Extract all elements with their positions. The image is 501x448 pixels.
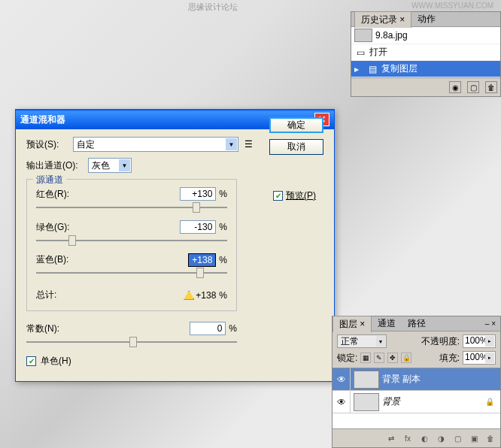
slider-thumb[interactable] [196, 268, 204, 278]
watermark-text: 思缘设计论坛 [188, 2, 238, 13]
tab-history[interactable]: 历史记录 × [354, 11, 411, 28]
history-step-duplicate[interactable]: ▸ ▤ 复制图层 [351, 61, 500, 77]
trash-icon[interactable]: 🗑 [484, 432, 497, 444]
green-row: 绿色(G): % [36, 220, 227, 246]
tab-layers[interactable]: 图层 × [332, 316, 372, 332]
new-layer-icon[interactable]: ▣ [467, 432, 481, 444]
lock-brush-icon[interactable]: ✎ [374, 353, 384, 363]
mono-label: 单色(H) [41, 355, 71, 368]
opacity-input[interactable]: 100%▸ [463, 334, 496, 348]
constant-input[interactable] [190, 322, 226, 335]
mono-row: ✔ 单色(H) [26, 355, 323, 368]
blue-input[interactable]: +138 [188, 253, 216, 267]
visibility-icon[interactable]: 👁 [332, 368, 351, 390]
blend-mode-select[interactable]: 正常▼ [337, 334, 387, 348]
output-value: 灰色 [92, 160, 110, 171]
red-row: 红色(R): % [36, 187, 227, 213]
green-slider[interactable] [36, 235, 227, 246]
mask-icon[interactable]: ◐ [418, 432, 431, 444]
layers-tabs: 图层 × 通道 路径 – × [332, 316, 500, 331]
output-label: 输出通道(O): [26, 159, 84, 172]
blue-slider[interactable] [36, 268, 227, 278]
chevron-right-icon: ▸ [485, 353, 494, 363]
preset-menu-icon[interactable]: ☰ [243, 139, 254, 150]
dialog-body: 确定 取消 ✔ 预览(P) 预设(S): 自定 ▼ ☰ 输出通道(O): 灰色 … [16, 129, 334, 381]
history-step-label: 复制图层 [381, 62, 418, 75]
watermark-url: WWW.MISSYUAN.COM [411, 2, 493, 10]
layers-panel: 图层 × 通道 路径 – × 正常▼ 不透明度: 100%▸ 锁定: ▦ ✎ ✥… [332, 316, 501, 448]
output-select[interactable]: 灰色 ▼ [88, 158, 132, 173]
total-label: 总计: [36, 289, 56, 301]
adjustment-icon[interactable]: ◑ [434, 432, 448, 444]
cancel-button[interactable]: 取消 [269, 139, 323, 155]
constant-label: 常数(N): [26, 322, 59, 335]
constant-row: 常数(N): % [26, 322, 237, 347]
fieldset-legend: 源通道 [33, 174, 66, 186]
fx-icon[interactable]: fx [401, 432, 414, 444]
layer-icon: ▤ [366, 63, 378, 75]
lock-all-icon[interactable]: 🔒 [401, 353, 411, 363]
fill-input[interactable]: 100%▸ [463, 351, 496, 365]
fill-label: 填充: [439, 352, 460, 365]
history-footer: ◉ ▢ 🗑 [351, 77, 500, 96]
layer-item[interactable]: 👁 背景 副本 [332, 368, 500, 391]
pct-label: % [219, 222, 227, 232]
red-slider[interactable] [36, 202, 227, 213]
source-channels-fieldset: 源通道 红色(R): % 绿色(G): % 蓝色(B): +138% [26, 179, 237, 311]
layers-options: 正常▼ 不透明度: 100%▸ 锁定: ▦ ✎ ✥ 🔒 填充: 100%▸ [332, 331, 500, 368]
dialog-title: 通道混和器 [20, 114, 65, 126]
history-filename: 9.8a.jpg [375, 30, 408, 41]
slider-thumb[interactable] [68, 235, 76, 246]
blend-mode-value: 正常 [341, 336, 359, 347]
lock-transparent-icon[interactable]: ▦ [360, 353, 371, 363]
ok-button[interactable]: 确定 [269, 117, 323, 133]
layer-item[interactable]: 👁 背景 🔒 [332, 391, 500, 413]
tab-actions[interactable]: 动作 [411, 11, 442, 27]
pct-label: % [219, 189, 227, 199]
chevron-down-icon: ▼ [119, 159, 130, 171]
history-panel: 历史记录 × 动作 9.8a.jpg ▭ 打开 ▸ ▤ 复制图层 ◉ ▢ 🗑 [351, 11, 501, 97]
panel-close-icon[interactable]: – × [481, 319, 500, 328]
slider-thumb[interactable] [193, 202, 200, 213]
constant-slider[interactable] [26, 337, 237, 347]
green-label: 绿色(G): [36, 221, 70, 234]
group-icon[interactable]: ▢ [451, 432, 464, 444]
red-input[interactable] [180, 187, 216, 201]
trash-icon[interactable]: 🗑 [485, 81, 497, 93]
history-step-open[interactable]: ▭ 打开 [351, 44, 500, 61]
layer-name: 背景 [382, 395, 485, 408]
link-icon[interactable]: ⇄ [384, 432, 398, 444]
opacity-label: 不透明度: [421, 335, 460, 348]
blue-row: 蓝色(B): +138% [36, 253, 227, 278]
layers-footer: ⇄ fx ◐ ◑ ▢ ▣ 🗑 [332, 428, 500, 447]
channel-mixer-dialog: 通道混和器 ✕ 确定 取消 ✔ 预览(P) 预设(S): 自定 ▼ ☰ 输出通道… [15, 109, 335, 382]
layer-list: 👁 背景 副本 👁 背景 🔒 [332, 368, 500, 428]
preset-value: 自定 [77, 139, 95, 150]
lock-move-icon[interactable]: ✥ [387, 353, 398, 363]
mono-checkbox[interactable]: ✔ [26, 356, 36, 366]
preview-checkbox[interactable]: ✔ [273, 191, 283, 201]
preset-select[interactable]: 自定 ▼ [73, 137, 238, 152]
open-icon: ▭ [354, 47, 366, 59]
lock-icons: ▦ ✎ ✥ 🔒 [360, 353, 411, 363]
total-value: +138 [196, 290, 216, 301]
pct-label: % [219, 255, 227, 265]
total-row: 总计: +138 % [36, 286, 227, 304]
preview-label: 预览(P) [286, 189, 316, 202]
lock-icon: 🔒 [485, 398, 500, 406]
new-doc-icon[interactable]: ▢ [467, 81, 479, 93]
slider-thumb[interactable] [129, 337, 137, 347]
visibility-icon[interactable]: 👁 [332, 391, 351, 413]
chevron-right-icon: ▸ [485, 336, 494, 347]
snapshot-icon[interactable]: ◉ [449, 81, 461, 93]
tab-paths[interactable]: 路径 [402, 316, 432, 331]
history-step-label: 打开 [369, 46, 387, 59]
history-tabs: 历史记录 × 动作 [351, 12, 500, 27]
green-input[interactable] [180, 220, 216, 234]
layer-name: 背景 副本 [382, 373, 500, 386]
preview-checkbox-row: ✔ 预览(P) [273, 189, 316, 202]
layer-thumb [354, 393, 379, 411]
history-file-row[interactable]: 9.8a.jpg [351, 27, 500, 44]
red-label: 红色(R): [36, 188, 69, 201]
tab-channels[interactable]: 通道 [372, 316, 402, 331]
